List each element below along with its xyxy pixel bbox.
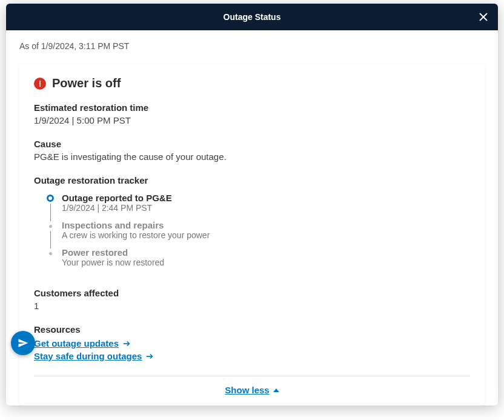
tracker: Outage reported to PG&E 1/9/2024 | 2:44 … <box>34 193 470 275</box>
tracker-step-reported: Outage reported to PG&E 1/9/2024 | 2:44 … <box>47 193 470 220</box>
outage-status-modal: Outage Status As of 1/9/2024, 3:11 PM PS… <box>6 4 498 405</box>
resource-link-safety[interactable]: Stay safe during outages <box>34 351 142 361</box>
step-title: Power restored <box>62 247 470 258</box>
step-connector <box>50 204 51 221</box>
send-fab-button[interactable] <box>11 331 35 355</box>
status-row: ! Power is off <box>34 76 470 90</box>
step-title: Inspections and repairs <box>62 220 470 230</box>
close-icon <box>479 12 488 22</box>
caret-up-icon <box>273 388 279 392</box>
tracker-label: Outage restoration tracker <box>34 175 470 185</box>
resources-section: Resources Get outage updates Stay safe d… <box>34 324 470 361</box>
show-less-button[interactable]: Show less <box>225 385 279 395</box>
step-connector <box>50 231 51 248</box>
resource-link-row: Stay safe during outages <box>34 351 470 361</box>
step-dot-active-icon <box>47 195 54 202</box>
paper-plane-icon <box>18 338 28 348</box>
cause-value: PG&E is investigating the cause of your … <box>34 152 470 162</box>
arrow-right-icon <box>122 339 131 348</box>
arrow-right-icon <box>145 352 154 361</box>
step-subtitle: A crew is working to restore your power <box>62 230 470 240</box>
step-dot-inactive-icon <box>49 252 52 255</box>
show-less-label: Show less <box>225 385 269 395</box>
alert-icon: ! <box>34 78 46 90</box>
step-subtitle: Your power is now restored <box>62 258 470 267</box>
tracker-step-restored: Power restored Your power is now restore… <box>47 247 470 275</box>
resources-label: Resources <box>34 324 470 335</box>
ert-label: Estimated restoration time <box>34 102 470 113</box>
modal-title: Outage Status <box>224 12 281 22</box>
as-of-timestamp: As of 1/9/2024, 3:11 PM PST <box>6 30 498 58</box>
resource-link-updates[interactable]: Get outage updates <box>34 338 119 348</box>
step-subtitle: 1/9/2024 | 2:44 PM PST <box>62 203 470 213</box>
resource-link-row: Get outage updates <box>34 338 470 348</box>
tracker-step-inspections: Inspections and repairs A crew is workin… <box>47 220 470 247</box>
customers-label: Customers affected <box>34 288 470 298</box>
step-title: Outage reported to PG&E <box>62 193 470 203</box>
cause-label: Cause <box>34 139 470 149</box>
modal-header: Outage Status <box>6 4 498 30</box>
status-card: ! Power is off Estimated restoration tim… <box>19 64 485 405</box>
ert-value: 1/9/2024 | 5:00 PM PST <box>34 115 470 125</box>
collapse-divider: Show less <box>34 376 470 396</box>
step-dot-inactive-icon <box>49 225 52 228</box>
customers-value: 1 <box>34 301 470 311</box>
close-button[interactable] <box>476 10 491 24</box>
status-title: Power is off <box>52 76 121 90</box>
